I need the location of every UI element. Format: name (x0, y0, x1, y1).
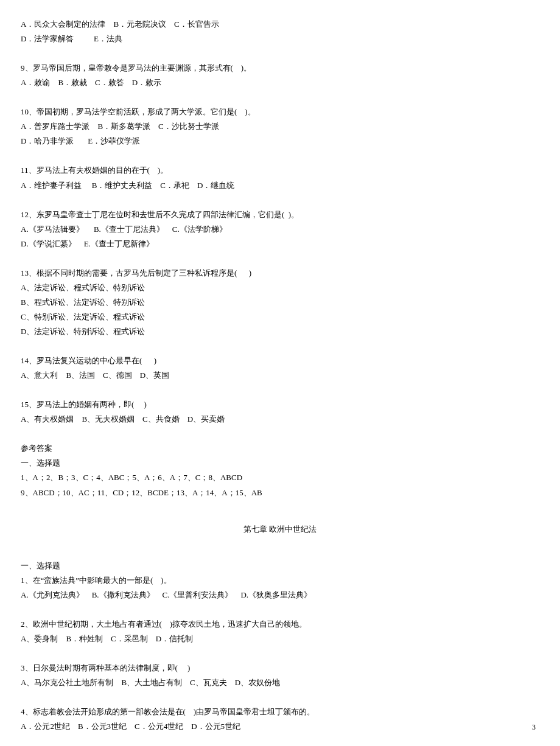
c1-options: A.《尤列克法典》 B.《撒利克法典》 C.《里普利安法典》 D.《狄奥多里法典… (21, 588, 539, 602)
q12-stem: 12、东罗马皇帝查士丁尼在位时和去世后不久完成了四部法律汇编，它们是( )。 (21, 207, 539, 222)
q8-options-line1: A．民众大会制定的法律 B．元老院决议 C．长官告示 (21, 17, 539, 32)
c3-stem: 3、日尔曼法时期有两种基本的法律制度，即( ) (21, 661, 539, 675)
q13-option-a: A、法定诉讼、程式诉讼、特别诉讼 (21, 281, 539, 295)
c4-options: A．公元2世纪 B．公元3世纪 C．公元4世纪 D．公元5世纪 (21, 719, 539, 734)
q14-options: A、意大利 B、法国 C、德国 D、英国 (21, 368, 539, 383)
c1-stem: 1、在“蛮族法典”中影响最大的一部是( )。 (21, 573, 539, 588)
chapter-title: 第七章 欧洲中世纪法 (21, 522, 539, 537)
c4-stem: 4、标志着教会法开始形成的第一部教会法是在( )由罗马帝国皇帝君士坦丁颁布的。 (21, 705, 539, 719)
answers-line1: 1、A；2、B；3、C；4、ABC；5、A；6、A；7、C；8、ABCD (21, 470, 539, 485)
q13-option-d: D、法定诉讼、特别诉讼、程式诉讼 (21, 324, 539, 339)
q13-stem: 13、根据不同时期的需要，古罗马先后制定了三种私诉程序是( ) (21, 266, 539, 281)
c3-options: A、马尔克公社土地所有制 B、大土地占有制 C、瓦克夫 D、农奴份地 (21, 675, 539, 690)
q15-options: A、有夫权婚姻 B、无夫权婚姻 C、共食婚 D、买卖婚 (21, 412, 539, 427)
section-1-title: 一、选择题 (21, 559, 539, 573)
q11-options: A．维护妻子利益 B．维护丈夫利益 C．承祀 D．继血统 (21, 178, 539, 193)
q11-stem: 11、罗马法上有夫权婚姻的目的在于( )。 (21, 163, 539, 178)
q13-option-c: C、特别诉讼、法定诉讼、程式诉讼 (21, 310, 539, 324)
answers-line2: 9、ABCD；10、AC；11、CD；12、BCDE；13、A；14、A；15、… (21, 486, 539, 500)
c2-stem: 2、欧洲中世纪初期，大土地占有者通过( )掠夺农民土地，迅速扩大自己的领地。 (21, 617, 539, 632)
q10-options-line1: A．普罗库路士学派 B．斯多葛学派 C．沙比努士学派 (21, 119, 539, 134)
q9-stem: 9、罗马帝国后期，皇帝敕令是罗马法的主要渊源，其形式有( )。 (21, 61, 539, 75)
page-number: 3 (532, 720, 536, 734)
q12-options-line1: A.《罗马法辑要》 B.《查士丁尼法典》 C.《法学阶梯》 (21, 222, 539, 237)
q14-stem: 14、罗马法复兴运动的中心最早在( ) (21, 354, 539, 368)
q12-options-line2: D.《学说汇纂》 E.《查士丁尼新律》 (21, 237, 539, 251)
c2-options: A、委身制 B．种姓制 C．采邑制 D．信托制 (21, 632, 539, 646)
q15-stem: 15、罗马法上的婚姻有两种，即( ) (21, 397, 539, 412)
q13-option-b: B、程式诉讼、法定诉讼、特别诉讼 (21, 295, 539, 310)
q10-stem: 10、帝国初期，罗马法学空前活跃，形成了两大学派。它们是( )。 (21, 105, 539, 119)
answers-section: 一、选择题 (21, 456, 539, 470)
answers-title: 参考答案 (21, 441, 539, 456)
q10-options-line2: D．哈乃非学派 E．沙菲仪学派 (21, 134, 539, 148)
q8-options-line2: D．法学家解答 E．法典 (21, 32, 539, 46)
q9-options: A．敕谕 B．敕裁 C．敕答 D．敕示 (21, 75, 539, 90)
